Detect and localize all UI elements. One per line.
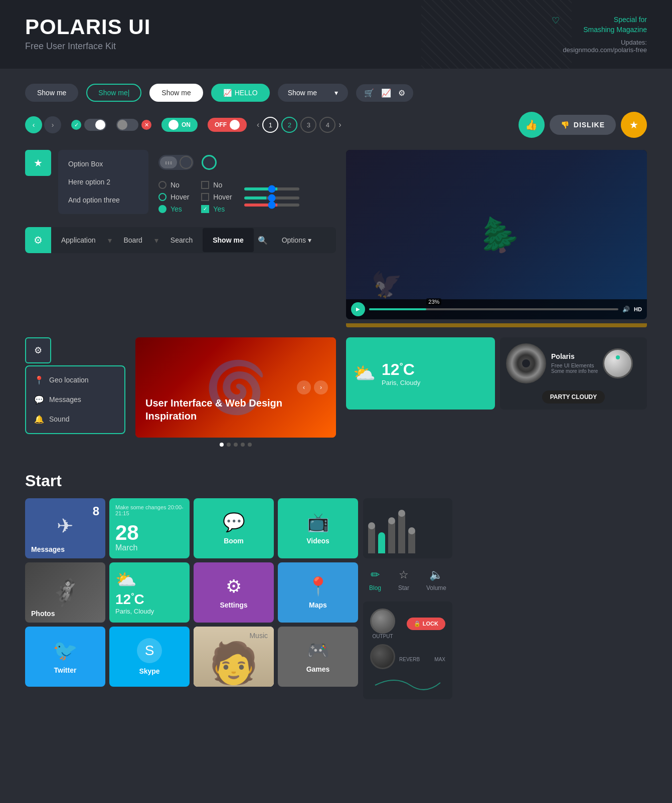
page-1-button[interactable]: 1 (262, 117, 278, 133)
map-pin-icon: 📍 (307, 576, 329, 597)
trending-icon[interactable]: 📈 (381, 88, 391, 98)
arrow-left-button[interactable]: ‹ (25, 116, 42, 133)
tile-games[interactable]: 🎮 Games (278, 627, 358, 687)
banner-prev-button[interactable]: ‹ (297, 380, 311, 394)
circle-toggle[interactable] (202, 155, 217, 170)
nav-show-me[interactable]: Show me (203, 228, 253, 252)
tile-twitter[interactable]: 🐦 Twitter (25, 627, 105, 687)
app-title: POLARIS UI (25, 15, 150, 39)
page-prev-button[interactable]: ‹ (257, 120, 259, 129)
off-toggle[interactable]: OFF (208, 118, 247, 132)
games-label: Games (306, 665, 330, 673)
calendar-month: March (115, 543, 139, 552)
tile-photos[interactable]: 🦸 Photos (25, 562, 105, 623)
nav-options[interactable]: Options ▾ (272, 228, 321, 252)
video-tree-graphic: 🌲 (469, 208, 524, 262)
pagination: ‹ 1 2 3 4 › (257, 117, 342, 133)
toggle-switch-2[interactable] (116, 119, 138, 131)
show-me-outline-button[interactable]: Show me| (86, 84, 141, 102)
hello-button[interactable]: 📈 HELLO (211, 84, 270, 102)
pencil-icon: ✏ (371, 568, 380, 581)
toggle-switch-1[interactable] (84, 119, 106, 131)
dot-1[interactable] (220, 443, 224, 447)
check-no: No (201, 181, 232, 189)
progress-bar[interactable]: 23% (369, 308, 618, 310)
page-2-button[interactable]: 2 (281, 117, 297, 133)
page-4-button[interactable]: 4 (319, 117, 335, 133)
settings-label: Settings (220, 601, 247, 609)
star-action-button[interactable]: ★ (25, 150, 51, 176)
output-knob[interactable] (370, 609, 395, 634)
video-controls: ▶ 23% 🔊 HD (346, 299, 647, 319)
dropdown-item-3[interactable]: And option three (58, 191, 148, 209)
tile-videos[interactable]: 📺 Videos (278, 498, 358, 558)
h-slider-1[interactable] (244, 187, 299, 190)
volume-button[interactable]: 🔈 Volume (426, 568, 446, 591)
settings-icon[interactable]: ⚙ (398, 88, 405, 98)
show-me-white-button[interactable]: Show me (149, 84, 203, 102)
sound-icon: 🔔 (34, 415, 44, 424)
reverb-knob[interactable] (370, 644, 395, 669)
tile-calendar[interactable]: Make some changes 20:00-21:15 28 March (109, 498, 190, 558)
banner-text: User Interface & Web Design Inspiration (145, 396, 336, 423)
nav-board[interactable]: Board (114, 228, 152, 252)
star-button[interactable]: ★ (621, 112, 647, 138)
dot-5[interactable] (248, 443, 252, 447)
banner-next-button[interactable]: › (314, 380, 328, 394)
blog-button[interactable]: ✏ Blog (369, 568, 381, 591)
page-3-button[interactable]: 3 (300, 117, 316, 133)
play-button[interactable]: ▶ (351, 302, 365, 316)
check-icon: ✓ (71, 120, 81, 130)
show-me-select-button[interactable]: Show me ▾ (278, 84, 348, 102)
lock-button[interactable]: 🔒 LOCK (407, 618, 445, 630)
nav-search[interactable]: Search (160, 228, 203, 252)
nav-gear-icon[interactable]: ⚙ (25, 227, 51, 253)
cd-hole (522, 359, 530, 367)
tile-skype[interactable]: S Skype (109, 627, 190, 687)
reverb-labels: REVERB MAX (399, 657, 445, 662)
knob-widget[interactable] (603, 348, 633, 378)
tile-settings[interactable]: ⚙ Settings (194, 562, 274, 623)
eq-handle-2[interactable] (378, 532, 385, 539)
tile-messages[interactable]: ✈ 8 Messages (25, 498, 105, 558)
arrow-right-button[interactable]: › (44, 116, 61, 133)
reverb-panel: OUTPUT 🔒 LOCK REVERB MAX (363, 601, 452, 699)
eq-handle-4[interactable] (398, 510, 405, 517)
icon-group: 🛒 📈 ⚙ (356, 84, 413, 102)
sidebar-item-geo[interactable]: 📍 Geo location (26, 370, 124, 390)
slider-toggle-1[interactable]: ⫾⫾⫾ (158, 155, 194, 170)
cart-icon[interactable]: 🛒 (364, 88, 374, 98)
video-figure-graphic: 🦅 (371, 270, 402, 299)
dropdown-item-1[interactable]: Option Box (58, 155, 148, 173)
tile-boom[interactable]: 💬 Boom (194, 498, 274, 558)
reverb-curve (370, 675, 445, 690)
star-icon-button[interactable]: ☆ Star (398, 568, 409, 591)
sidebar-menu: 📍 Geo location 💬 Messages 🔔 Sound (25, 365, 125, 434)
dot-3[interactable] (234, 443, 238, 447)
on-toggle[interactable]: ON (161, 118, 198, 132)
captain-figure: 🦸 (50, 578, 81, 607)
options-columns: No Hover Yes (158, 176, 299, 213)
page-next-button[interactable]: › (339, 120, 341, 129)
tile-music[interactable]: 🧑 Music (194, 627, 274, 687)
eq-handle-3[interactable] (388, 517, 395, 524)
like-button[interactable]: 👍 (519, 112, 545, 138)
show-me-dark-button[interactable]: Show me (25, 84, 78, 102)
radio-yes: Yes (158, 205, 189, 213)
sidebar-item-sound[interactable]: 🔔 Sound (26, 410, 124, 429)
tile-weather[interactable]: ⛅ 12°C Paris, Cloudy (109, 562, 190, 623)
tile-maps[interactable]: 📍 Maps (278, 562, 358, 623)
search-icon-nav[interactable]: 🔍 (254, 236, 272, 245)
sidebar-item-messages[interactable]: 💬 Messages (26, 390, 124, 410)
eq-handle-5[interactable] (408, 527, 415, 534)
dropdown-item-2[interactable]: Here option 2 (58, 173, 148, 191)
dislike-button[interactable]: 👎 DISLIKE (550, 115, 616, 135)
h-slider-3[interactable] (244, 204, 299, 207)
volume-icon[interactable]: 🔊 (622, 306, 630, 313)
h-slider-2[interactable] (244, 196, 299, 199)
nav-application[interactable]: Application (51, 228, 106, 252)
eq-handle-1[interactable] (368, 522, 375, 529)
dot-2[interactable] (227, 443, 231, 447)
output-row: OUTPUT 🔒 LOCK (370, 609, 445, 639)
dot-4[interactable] (241, 443, 245, 447)
